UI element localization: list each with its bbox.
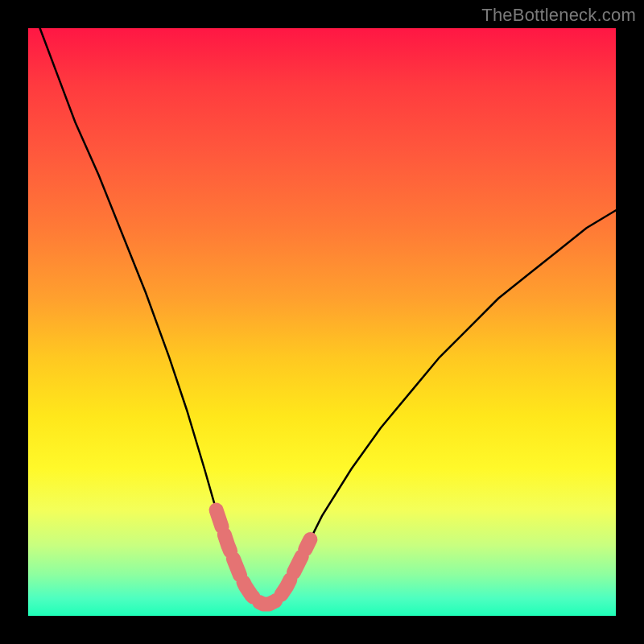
watermark-text: TheBottleneck.com bbox=[481, 5, 636, 26]
bottleneck-curve-path bbox=[40, 28, 616, 604]
chart-frame: TheBottleneck.com bbox=[0, 0, 644, 644]
bottleneck-curve-svg bbox=[28, 28, 616, 616]
optimal-range-highlight bbox=[217, 510, 311, 605]
